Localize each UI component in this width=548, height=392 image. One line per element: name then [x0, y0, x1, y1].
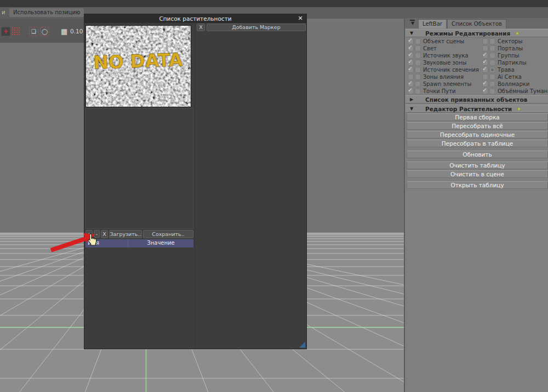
mode-checkbox[interactable]: ✓	[482, 67, 488, 73]
no-data-label: NO DATA	[93, 49, 184, 73]
rebuild-in-table-button[interactable]: Пересобрать в таблице	[407, 140, 548, 147]
remove-button[interactable]: -	[94, 230, 100, 238]
section-linked-objects[interactable]: ▶ Список привязанных объектов	[406, 95, 548, 103]
check-icon: ✓	[408, 44, 413, 51]
add-button[interactable]: +	[85, 230, 93, 238]
rebuild-single-button[interactable]: Пересобрать одиночные	[407, 131, 548, 139]
vegetation-list-dialog: Список растительности ✕	[84, 14, 307, 349]
mode-row: ✓Группы	[482, 52, 547, 59]
dialog-body: NO DATA + - X Загрузить.. Сохранить.. Им…	[84, 23, 306, 349]
check-icon: ✓	[482, 79, 487, 87]
triangle-down-icon: ▼	[410, 106, 415, 111]
mode-checkbox[interactable]: ✓	[482, 38, 488, 44]
mode-row: ✓Свет	[408, 45, 479, 52]
mode-radio[interactable]	[489, 67, 495, 73]
mode-checkbox[interactable]: ✓	[482, 88, 488, 94]
position-brush-icon[interactable]: ✚	[1, 27, 10, 36]
mode-row: ✓Порталы	[482, 45, 547, 52]
value-column-header[interactable]: Значение	[128, 239, 193, 247]
mode-row: ✓Объект сцены	[408, 38, 479, 45]
clear-table-button[interactable]: Очистить таблицу	[407, 162, 548, 169]
check-icon: ✓	[482, 87, 487, 94]
close-icon[interactable]: ✕	[296, 15, 304, 22]
check-icon: ✓	[408, 51, 413, 58]
mode-label: Зоны влияния	[423, 74, 464, 80]
triangle-down-icon: ▼	[410, 31, 415, 36]
mode-label: Источник свечения	[423, 67, 479, 73]
panel-tabrow: ▼ LeftBar Список Объектов	[405, 18, 548, 28]
mode-radio[interactable]	[489, 60, 495, 66]
screen: и Использовать позицию ✚ ❏ ◯ ▦ 0.10 Спис…	[0, 0, 548, 392]
mode-row: ✓Источник звука	[408, 52, 479, 59]
mode-label: Трава	[498, 67, 515, 73]
mode-label: Объект сцены	[423, 38, 464, 44]
top-menubar	[0, 0, 548, 7]
mode-radio[interactable]	[415, 88, 421, 94]
mode-row: ✓Звуковые зоны	[408, 59, 479, 66]
mode-row: ✓Воллмарки	[482, 80, 547, 88]
preview-image: NO DATA	[86, 26, 191, 107]
grid-step-value: 0.10	[70, 28, 83, 34]
load-button[interactable]: Загрузить..	[109, 230, 142, 238]
box-brush-icon[interactable]: ❏	[29, 27, 38, 36]
tab-leftbar[interactable]: LeftBar	[418, 19, 447, 28]
mode-radio[interactable]	[489, 45, 495, 51]
mode-checkbox[interactable]: ✓	[408, 88, 414, 94]
edit-modes-grid: ✓Объект сцены ✓Свет ✓Источник звука ✓Зву…	[405, 38, 548, 95]
name-column-header[interactable]: Имя	[85, 239, 128, 247]
active-dot	[517, 107, 521, 111]
clear-button[interactable]: X	[101, 230, 108, 238]
mode-radio[interactable]	[489, 88, 495, 94]
remove-marker-button[interactable]: X	[197, 24, 205, 31]
mode-label: Секторы	[498, 38, 522, 44]
mode-radio[interactable]	[415, 45, 421, 51]
check-icon: ✓	[482, 58, 487, 65]
check-icon: ✓	[408, 65, 413, 72]
mode-row: ✓Ai Сетка	[482, 73, 547, 80]
mode-radio[interactable]	[415, 38, 421, 44]
section-vegetation-editor[interactable]: ▼ Редактор Растительности	[406, 105, 548, 113]
mode-checkbox[interactable]: ✓	[408, 67, 414, 73]
mode-label: Точки Пути	[423, 88, 456, 94]
clear-in-scene-button[interactable]: Очистить в сцене	[407, 170, 548, 178]
tab-object-list[interactable]: Список Объектов	[447, 19, 506, 28]
mode-radio[interactable]	[489, 81, 495, 87]
section-title: Список привязанных объектов	[425, 96, 527, 103]
mode-radio[interactable]	[489, 38, 495, 44]
rebuild-all-button[interactable]: Пересобрать всё	[407, 122, 548, 130]
open-table-button[interactable]: Открыть таблицу	[407, 181, 548, 189]
mode-label: Источник звука	[423, 53, 468, 59]
add-marker-button[interactable]: Добавить Маркер	[207, 24, 306, 31]
brush-toolbar: ✚ ❏ ◯ ▦ 0.10	[0, 19, 84, 43]
check-icon: ✓	[408, 79, 413, 87]
mode-label: Свет	[423, 45, 437, 51]
vegetation-listbox[interactable]	[85, 108, 193, 229]
mode-radio[interactable]	[489, 74, 495, 80]
mode-radio[interactable]	[489, 53, 495, 59]
mode-radio[interactable]	[415, 81, 421, 87]
mode-row: ✓Источник свечения	[408, 66, 479, 73]
refresh-button[interactable]: Обновить	[407, 151, 548, 158]
mode-radio[interactable]	[415, 53, 421, 59]
use-position-button[interactable]: Использовать позицию	[9, 8, 84, 17]
collapse-all-icon[interactable]: ▼	[408, 20, 417, 27]
spray-brush-icon[interactable]	[12, 27, 21, 36]
grid-snap-icon[interactable]: ▦	[61, 27, 67, 36]
mode-radio[interactable]	[415, 60, 421, 66]
save-button[interactable]: Сохранить..	[143, 230, 193, 238]
section-title: Редактор Растительности	[425, 106, 512, 112]
resize-grip[interactable]	[299, 342, 305, 348]
mode-row: ✓Трава	[482, 66, 547, 73]
first-build-button[interactable]: Первая сборка	[407, 113, 548, 121]
texture-preview: NO DATA	[85, 25, 191, 107]
check-icon: ✓	[408, 37, 413, 44]
section-edit-modes[interactable]: ▼ Режимы Редактирования	[406, 29, 548, 37]
sphere-brush-icon[interactable]: ◯	[40, 27, 49, 36]
mode-radio[interactable]	[415, 74, 421, 80]
vegetation-buttons: Первая сборка Пересобрать всё Пересобрат…	[407, 113, 548, 189]
mode-label: Ai Сетка	[498, 74, 522, 80]
right-panel: ▼ LeftBar Список Объектов ▼ Режимы Редак…	[404, 18, 548, 392]
mode-radio[interactable]	[415, 67, 421, 73]
section-title: Режимы Редактирования	[425, 30, 510, 37]
table-header: Имя Значение	[85, 239, 193, 247]
